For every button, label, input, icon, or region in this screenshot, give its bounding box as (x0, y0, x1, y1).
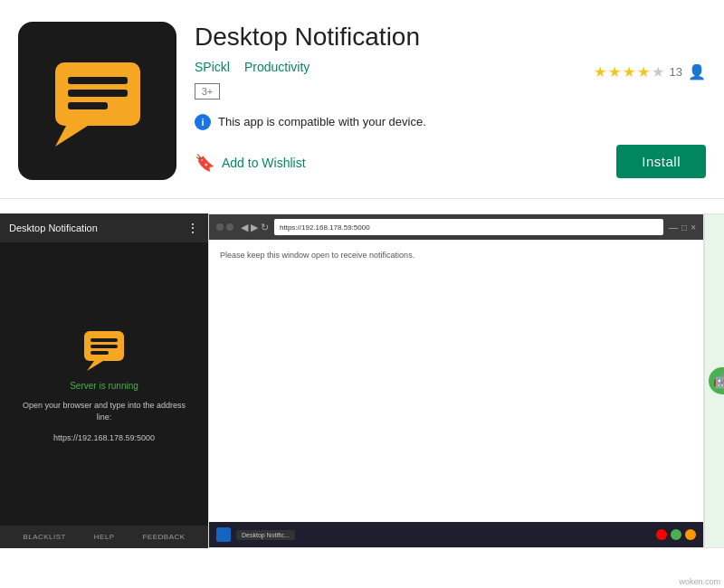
svg-text:🤖: 🤖 (713, 372, 724, 389)
screenshot-desktop-item: ◀ ▶ ↻ https://192.168.178.59:5000 — □ × … (208, 213, 704, 548)
screenshot-desktop: ◀ ▶ ↻ https://192.168.178.59:5000 — □ × … (208, 213, 704, 548)
svg-rect-9 (90, 351, 109, 355)
phone-menu-icon: ⋮ (186, 221, 199, 235)
svg-rect-3 (68, 90, 128, 97)
compatibility-text: This app is compatible with your device. (218, 115, 426, 128)
browser-address: https://192.168.178.59:5000 (274, 219, 663, 235)
phone-body: Server is running Open your browser and … (0, 242, 208, 526)
svg-rect-7 (90, 338, 118, 342)
maximize-icon: □ (681, 223, 687, 232)
start-button (216, 527, 231, 542)
rating-row: ★ ★ ★ ★ ★ 13 👤 (594, 63, 706, 81)
taskbar-items: Desktop Notific... (236, 530, 295, 540)
browser-controls: — □ × (669, 223, 696, 232)
taskbar-icon-3 (685, 529, 696, 540)
phone-instruction: Open your browser and type into the addr… (18, 400, 190, 424)
screenshot-partial: 🤖 (704, 213, 724, 548)
phone-footer: BLACKLIST HELP FEEDBACK (0, 526, 208, 548)
taskbar: Desktop Notific... (209, 522, 703, 547)
app-meta-row: SPickl Productivity (195, 60, 310, 74)
star-3: ★ (623, 63, 635, 81)
phone-footer-blacklist: BLACKLIST (23, 533, 66, 541)
minimize-icon: — (669, 223, 678, 232)
svg-rect-2 (68, 77, 128, 84)
phone-footer-feedback: FEEDBACK (142, 533, 185, 541)
star-4: ★ (637, 63, 650, 81)
partial-icon-svg: 🤖 (708, 366, 724, 395)
meta-and-rating: SPickl Productivity 3+ ★ ★ ★ ★ ★ 13 👤 (195, 60, 706, 100)
desktop-notice: Please keep this window open to receive … (220, 251, 692, 260)
svg-marker-10 (87, 361, 103, 371)
rating-count: 13 (670, 65, 682, 79)
close-browser-icon: × (691, 223, 696, 232)
app-icon-wrapper (18, 22, 176, 180)
stars: ★ ★ ★ ★ ★ (594, 63, 664, 81)
server-status: Server is running (70, 381, 138, 391)
back-icon: ◀ (241, 222, 248, 233)
taskbar-icon-1 (656, 529, 667, 540)
screenshots-row: Desktop Notification ⋮ Server is running… (0, 213, 724, 548)
svg-rect-4 (68, 102, 108, 109)
category-link[interactable]: Productivity (244, 60, 310, 74)
taskbar-right (656, 529, 696, 540)
browser-bar: ◀ ▶ ↻ https://192.168.178.59:5000 — □ × (209, 214, 703, 240)
app-icon (18, 22, 176, 180)
star-5: ★ (652, 63, 664, 81)
wishlist-text: Add to Wishlist (222, 156, 306, 170)
star-1: ★ (594, 63, 606, 81)
screenshot-phone: Desktop Notification ⋮ Server is running… (0, 213, 208, 548)
watermark: woken.com (679, 577, 720, 586)
screenshots-section: Desktop Notification ⋮ Server is running… (0, 199, 724, 548)
forward-icon: ▶ (251, 222, 258, 233)
svg-rect-8 (90, 345, 118, 348)
install-button[interactable]: Install (616, 145, 706, 178)
person-icon: 👤 (688, 63, 706, 81)
browser-dots (216, 223, 233, 231)
screenshot-partial-item: 🤖 (704, 213, 724, 548)
phone-app-title: Desktop Notification (9, 223, 98, 233)
phone-url: https://192.168.178.59:5000 (53, 433, 155, 442)
app-title: Desktop Notification (195, 22, 706, 52)
phone-header: Desktop Notification ⋮ (0, 213, 208, 242)
browser-url: https://192.168.178.59:5000 (280, 223, 370, 232)
bookmark-icon: 🔖 (195, 153, 214, 173)
star-2: ★ (608, 63, 621, 81)
desktop-content: Please keep this window open to receive … (209, 240, 703, 522)
info-icon: i (195, 114, 211, 130)
screenshot-phone-item: Desktop Notification ⋮ Server is running… (0, 213, 208, 548)
compatibility-row: i This app is compatible with your devic… (195, 114, 706, 130)
phone-app-icon-svg (81, 327, 127, 372)
taskbar-icon-2 (671, 529, 681, 540)
age-badge: 3+ (195, 83, 220, 100)
browser-dot-2 (226, 223, 233, 231)
wishlist-row[interactable]: 🔖 Add to Wishlist (195, 153, 306, 173)
browser-dot-1 (216, 223, 224, 231)
taskbar-item-1: Desktop Notific... (236, 530, 295, 540)
app-info-middle: Desktop Notification SPickl Productivity… (195, 22, 706, 180)
developer-link[interactable]: SPickl (195, 60, 230, 74)
refresh-icon: ↻ (261, 222, 269, 233)
app-header: Desktop Notification SPickl Productivity… (0, 0, 724, 199)
phone-footer-help: HELP (94, 533, 115, 541)
